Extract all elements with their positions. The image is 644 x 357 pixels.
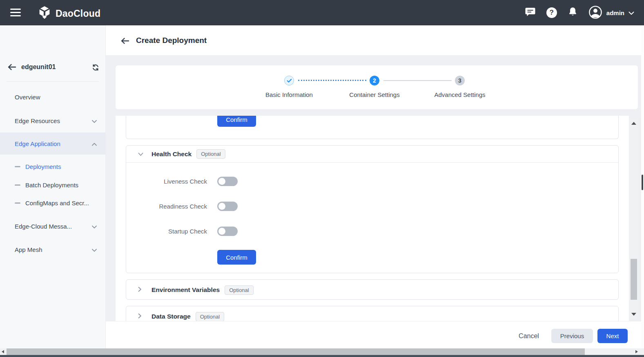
sidebar-item-label: Edge Resources [15, 117, 60, 124]
startup-check-label: Startup Check [126, 227, 207, 236]
chevron-down-icon [92, 223, 97, 230]
step-number: 2 [370, 76, 379, 85]
sidebar-item-label: Overview [15, 94, 40, 101]
chevron-down-icon [628, 9, 634, 16]
step-basic-information: Basic Information [248, 76, 330, 98]
sidebar-item-label: Batch Deployments [25, 182, 78, 189]
step-advanced-settings: 3 Advanced Settings [419, 76, 501, 98]
form-scroll-area[interactable]: Confirm Health Check Optional Liveness C… [116, 116, 629, 321]
previous-button[interactable]: Previous [551, 329, 593, 343]
panel-data-storage: Data Storage Optional [126, 306, 619, 321]
confirm-button[interactable]: Confirm [217, 116, 256, 127]
horizontal-scrollbar[interactable] [0, 348, 644, 355]
readiness-check-label: Readiness Check [126, 202, 207, 211]
cancel-button[interactable]: Cancel [517, 329, 541, 343]
horizontal-scrollbar-thumb[interactable] [7, 348, 585, 355]
sidebar-item-edge-cloud-message[interactable]: Edge-Cloud Messa... [0, 217, 106, 236]
panel-data-storage-header[interactable]: Data Storage Optional [126, 306, 618, 321]
panel-title: Data Storage [152, 313, 191, 320]
brand-name: DaoCloud [56, 8, 100, 19]
sidebar-item-edge-application[interactable]: Edge Application [0, 132, 106, 155]
step-number: 3 [455, 76, 465, 85]
startup-check-row: Startup Check [126, 227, 618, 236]
dash-icon [15, 166, 20, 167]
panel-environment-variables-header[interactable]: Environment Variables Optional [126, 280, 618, 300]
dash-icon [15, 184, 20, 186]
optional-badge: Optional [196, 149, 225, 159]
sidebar-item-label: ConfigMaps and Secr... [25, 200, 89, 207]
panel-previous-section: Confirm [126, 116, 619, 139]
divider [7, 81, 99, 82]
sidebar-item-label: App Mesh [15, 246, 42, 253]
chevron-right-icon [138, 286, 142, 294]
chevron-down-icon [92, 117, 97, 124]
chevron-right-icon [138, 313, 142, 320]
notifications-bell-icon[interactable] [568, 7, 578, 19]
topbar: DaoCloud ? [0, 0, 644, 25]
sidebar-title: edgeunit01 [21, 63, 56, 71]
startup-check-toggle[interactable] [217, 227, 238, 236]
step-label: Container Settings [334, 91, 415, 98]
sidebar-item-label: Deployments [25, 163, 61, 170]
chevron-down-icon [138, 150, 143, 158]
chevron-up-icon [92, 140, 97, 147]
panel-environment-variables: Environment Variables Optional [126, 279, 619, 300]
help-icon[interactable]: ? [546, 7, 557, 18]
next-button[interactable]: Next [597, 329, 628, 343]
avatar [588, 5, 602, 20]
daocloud-logo-icon [38, 6, 51, 21]
sidebar-item-overview[interactable]: Overview [0, 88, 106, 106]
liveness-check-toggle[interactable] [217, 177, 238, 186]
page-back-arrow-icon[interactable] [120, 37, 129, 46]
sidebar-item-deployments[interactable]: Deployments [0, 157, 106, 176]
sidebar-item-edge-resources[interactable]: Edge Resources [0, 111, 106, 130]
chevron-down-icon [92, 246, 97, 253]
footer-action-bar: Cancel Previous Next [106, 321, 641, 348]
step-label: Advanced Settings [419, 91, 501, 98]
page-header: Create Deployment [106, 25, 641, 55]
sidebar-item-batch-deployments[interactable]: Batch Deployments [0, 175, 106, 194]
sidebar-item-app-mesh[interactable]: App Mesh [0, 240, 106, 259]
scroll-down-arrow-icon[interactable] [631, 313, 636, 316]
vertical-scrollbar[interactable] [629, 119, 638, 319]
messages-icon[interactable] [525, 7, 536, 19]
dash-icon [15, 202, 20, 204]
refresh-icon[interactable] [91, 63, 100, 73]
main-area: Create Deployment Basic Information 2 Co… [106, 25, 641, 348]
scroll-left-arrow-icon[interactable] [2, 350, 4, 353]
sidebar-item-configmaps-secrets[interactable]: ConfigMaps and Secr... [0, 193, 106, 212]
panel-title: Environment Variables [152, 286, 220, 294]
confirm-button[interactable]: Confirm [217, 250, 256, 265]
user-menu[interactable]: admin [588, 5, 634, 20]
window-scrollbar[interactable] [641, 25, 644, 348]
readiness-check-toggle[interactable] [217, 202, 238, 211]
sidebar: edgeunit01 Overview Edge Resources Edge … [0, 25, 106, 348]
readiness-check-row: Readiness Check [126, 202, 618, 211]
step-label: Basic Information [248, 91, 330, 98]
content: Basic Information 2 Container Settings 3… [106, 55, 641, 321]
optional-badge: Optional [225, 285, 253, 295]
brand-logo[interactable]: DaoCloud [38, 6, 100, 21]
scroll-right-arrow-icon[interactable] [635, 350, 638, 353]
stepper: Basic Information 2 Container Settings 3… [116, 65, 638, 109]
liveness-check-row: Liveness Check [126, 177, 618, 186]
sidebar-item-label: Edge-Cloud Messa... [15, 223, 72, 230]
window-scrollbar-thumb[interactable] [642, 175, 643, 190]
panel-health-check-header[interactable]: Health Check Optional [126, 146, 618, 163]
panel-title: Health Check [152, 150, 192, 158]
liveness-check-label: Liveness Check [126, 177, 207, 186]
vertical-scrollbar-thumb[interactable] [631, 259, 637, 300]
page-title: Create Deployment [136, 36, 207, 45]
username: admin [606, 9, 624, 16]
optional-badge: Optional [196, 312, 224, 321]
step-container-settings: 2 Container Settings [334, 76, 415, 98]
panel-health-check: Health Check Optional Liveness Check Rea… [126, 145, 619, 273]
step-done-check-icon [284, 76, 294, 85]
menu-icon[interactable] [10, 9, 21, 16]
sidebar-item-label: Edge Application [15, 140, 60, 147]
window-bottom-edge [0, 355, 644, 357]
scroll-up-arrow-icon[interactable] [631, 122, 636, 125]
sidebar-back-arrow-icon[interactable] [7, 63, 16, 72]
